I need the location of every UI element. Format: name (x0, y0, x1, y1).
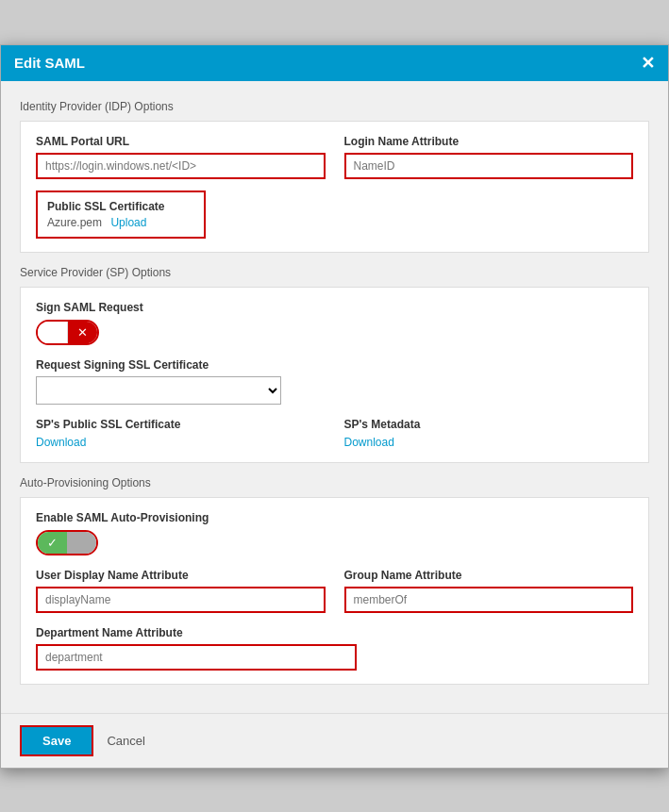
enable-auto-prov-label: Enable SAML Auto-Provisioning (36, 511, 633, 524)
sign-saml-toggle-row: ✕ (36, 320, 633, 345)
ssl-cert-filename: Azure.pem (47, 216, 102, 229)
sign-saml-off-part: ✕ (68, 322, 97, 343)
modal-body: Identity Provider (IDP) Options SAML Por… (1, 81, 668, 713)
saml-portal-url-label: SAML Portal URL (36, 135, 326, 148)
user-display-name-input[interactable] (36, 587, 326, 613)
group-name-attr-label: Group Name Attribute (344, 569, 634, 582)
sign-saml-on-part (38, 322, 68, 343)
auto-prov-section-box: Enable SAML Auto-Provisioning ✓ User Dis… (20, 497, 649, 685)
close-button[interactable]: ✕ (641, 55, 655, 72)
idp-section-label: Identity Provider (IDP) Options (20, 100, 649, 113)
user-display-name-col: User Display Name Attribute (36, 569, 326, 613)
saml-portal-url-input[interactable] (36, 153, 326, 179)
sp-metadata-col: SP's Metadata Download (344, 418, 634, 449)
idp-section-box: SAML Portal URL Login Name Attribute Pub… (20, 121, 649, 253)
sign-saml-label: Sign SAML Request (36, 301, 633, 314)
auto-prov-on-part: ✓ (38, 532, 67, 554)
department-name-label: Department Name Attribute (36, 626, 357, 639)
login-name-attr-label: Login Name Attribute (344, 135, 634, 148)
request-signing-ssl-select[interactable] (36, 376, 281, 405)
ssl-cert-file-row: Azure.pem Upload (47, 216, 194, 229)
sp-public-ssl-label: SP's Public SSL Certificate (36, 418, 326, 431)
ssl-cert-label: Public SSL Certificate (47, 200, 194, 213)
public-ssl-cert-box: Public SSL Certificate Azure.pem Upload (36, 191, 206, 239)
upload-link[interactable]: Upload (110, 216, 146, 229)
cancel-button[interactable]: Cancel (107, 734, 144, 748)
modal-title: Edit SAML (14, 55, 85, 71)
department-name-input[interactable] (36, 644, 357, 671)
department-name-col: Department Name Attribute (36, 626, 357, 671)
sp-public-ssl-download-link[interactable]: Download (36, 436, 86, 449)
auto-prov-toggle[interactable]: ✓ (36, 530, 98, 555)
edit-saml-modal: Edit SAML ✕ Identity Provider (IDP) Opti… (0, 44, 669, 769)
sp-links-row: SP's Public SSL Certificate Download SP'… (36, 418, 633, 449)
group-name-attr-input[interactable] (344, 587, 634, 613)
login-name-attr-input[interactable] (344, 153, 634, 179)
sp-public-ssl-col: SP's Public SSL Certificate Download (36, 418, 326, 449)
login-name-attr-col: Login Name Attribute (344, 135, 634, 179)
auto-prov-section-label: Auto-Provisioning Options (20, 476, 649, 489)
sp-section-box: Sign SAML Request ✕ Request Signing SSL … (20, 287, 649, 463)
auto-prov-off-part (67, 532, 96, 554)
sign-saml-toggle[interactable]: ✕ (36, 320, 99, 345)
sp-metadata-label: SP's Metadata (344, 418, 634, 431)
auto-prov-fields-row1: User Display Name Attribute Group Name A… (36, 569, 633, 613)
idp-top-row: SAML Portal URL Login Name Attribute (36, 135, 633, 179)
group-name-col: Group Name Attribute (344, 569, 634, 613)
modal-footer: Save Cancel (1, 713, 668, 768)
auto-prov-toggle-row: ✓ (36, 530, 633, 555)
saml-portal-url-col: SAML Portal URL (36, 135, 326, 179)
request-signing-ssl-dropdown-wrap (36, 376, 633, 405)
modal-header: Edit SAML ✕ (1, 45, 668, 81)
sp-metadata-download-link[interactable]: Download (344, 436, 394, 449)
user-display-name-label: User Display Name Attribute (36, 569, 326, 582)
request-signing-ssl-label: Request Signing SSL Certificate (36, 358, 633, 372)
sp-section-label: Service Provider (SP) Options (20, 266, 649, 279)
save-button[interactable]: Save (20, 725, 93, 756)
